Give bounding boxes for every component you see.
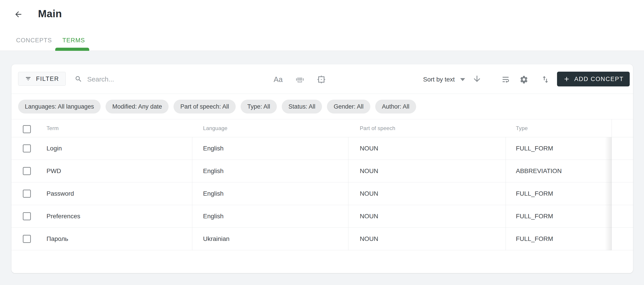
cell-part-of-speech: NOUN [360,167,378,175]
pinned-column-separator [612,119,612,250]
cell-part-of-speech: NOUN [360,145,378,152]
cell-language: English [203,213,224,220]
tab-concepts[interactable]: CONCEPTS [16,35,52,46]
cell-term: Login [46,145,62,152]
column-separator [506,137,506,250]
active-tab-indicator [55,48,89,51]
cell-type: FULL_FORM [516,213,553,220]
table-row[interactable]: Password English NOUN FULL_FORM [12,182,633,205]
cell-type: FULL_FORM [516,190,553,197]
table-header: Term Language Part of speech Type [12,119,633,137]
cell-part-of-speech: NOUN [360,213,378,220]
search-icon [75,75,82,83]
table-row[interactable]: Пароль Ukrainian NOUN FULL_FORM [12,228,633,250]
row-checkbox[interactable] [23,167,31,175]
search-field [75,72,249,86]
chip-type[interactable]: Type: All [240,100,277,114]
sort-direction-button[interactable] [471,73,483,85]
terms-card: FILTER Aa [12,64,633,273]
barcode-icon [295,75,304,84]
page-title: Main [38,8,62,20]
cell-term: Preferences [46,213,80,220]
cell-type: FULL_FORM [516,235,553,242]
table-row[interactable]: Preferences English NOUN FULL_FORM [12,205,633,228]
column-separator [348,137,348,250]
wrap-text-icon [501,75,510,84]
sort-by-label: Sort by text [423,76,455,83]
search-input[interactable] [87,72,244,86]
gear-icon [520,75,528,84]
select-all-checkbox[interactable] [23,125,31,133]
cell-language: English [203,190,224,197]
page-header: Main CONCEPTS TERMS [0,0,644,51]
cell-language: Ukrainian [203,235,230,242]
match-case-toggle[interactable]: Aa [272,73,284,86]
filter-button-label: FILTER [36,76,59,82]
pagination-bar: Rows per page: 25 1-5 of 5 [12,250,633,273]
wrap-text-button[interactable] [500,74,512,85]
cell-type: FULL_FORM [516,145,553,152]
row-checkbox[interactable] [23,235,31,243]
row-checkbox[interactable] [23,190,31,198]
cell-part-of-speech: NOUN [360,235,378,242]
chip-status[interactable]: Status: All [282,100,322,114]
column-separator [192,137,192,250]
table-row[interactable]: PWD English NOUN ABBREVIATION [12,160,633,182]
filter-button[interactable]: FILTER [18,72,66,86]
cell-term: Пароль [46,235,68,242]
chip-gender[interactable]: Gender: All [327,100,370,114]
filter-chips-row: Languages: All languages Modified: Any d… [12,94,633,119]
add-concept-label: ADD CONCEPT [574,76,624,83]
column-header-type: Type [516,125,528,131]
caret-down-icon [460,78,465,81]
cell-part-of-speech: NOUN [360,190,378,197]
filter-lines-icon [25,76,32,82]
cell-language: English [203,167,224,175]
arrow-down-icon [472,74,482,84]
cell-term: PWD [46,167,61,175]
terms-page: Main CONCEPTS TERMS FILTER Aa [0,0,644,285]
chip-part-of-speech[interactable]: Part of speech: All [174,100,236,114]
row-checkbox[interactable] [23,212,31,220]
settings-button[interactable] [518,74,530,85]
plus-icon [563,76,570,83]
scan-frame-toggle[interactable] [315,73,328,86]
column-header-term: Term [46,125,59,131]
toolbar: FILTER Aa [12,64,633,94]
cell-type: ABBREVIATION [516,167,562,175]
column-header-language: Language [203,125,228,131]
barcode-toggle[interactable] [294,73,306,86]
scan-frame-icon [317,75,326,84]
chip-languages[interactable]: Languages: All languages [18,100,100,114]
tab-terms[interactable]: TERMS [62,35,85,46]
chip-author[interactable]: Author: All [375,100,416,114]
cell-term: Password [46,190,74,197]
add-concept-button[interactable]: ADD CONCEPT [557,72,630,86]
pinned-column-scroll-shadow [605,137,612,250]
swap-vertical-button[interactable] [540,74,551,85]
sort-by-select[interactable]: Sort by text [423,73,465,86]
column-header-part-of-speech: Part of speech [360,125,395,131]
back-button[interactable] [12,9,24,20]
swap-vertical-icon [541,75,550,84]
table-row[interactable]: Login English NOUN FULL_FORM [12,137,633,160]
cell-language: English [203,145,224,152]
chip-modified[interactable]: Modified: Any date [106,100,168,114]
row-checkbox[interactable] [23,144,31,152]
arrow-left-icon [14,10,23,19]
